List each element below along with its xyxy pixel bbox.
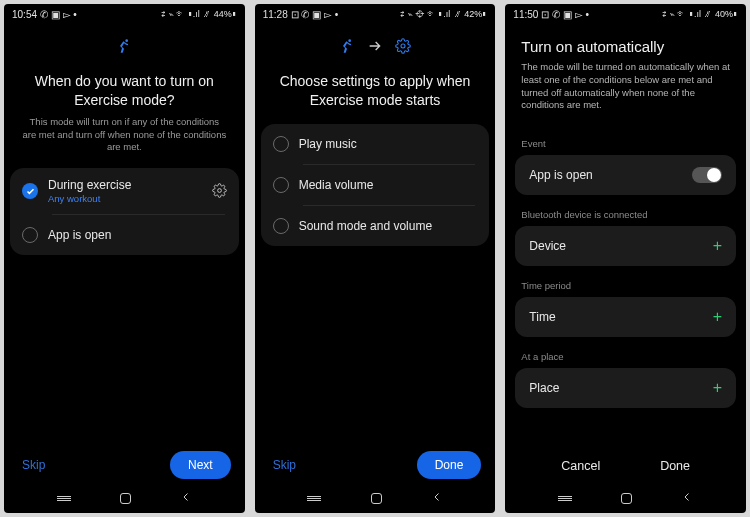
footer-bar: Cancel Done bbox=[505, 445, 746, 487]
header-icon-row bbox=[4, 24, 245, 60]
options-card: During exercise Any workout App is open bbox=[10, 168, 239, 255]
option-sub: Any workout bbox=[48, 193, 202, 204]
screen-3: 11:50 ⊡ ✆ ▣ ▻ • ⇄ ⌁ ᯤ ▮.ıl ⫽ 40%▮ Turn o… bbox=[505, 4, 746, 513]
section-event-heading: Event bbox=[505, 124, 746, 155]
page-subtitle: The mode will be turned on automatically… bbox=[505, 61, 746, 124]
header-icon-row bbox=[255, 24, 496, 60]
option-label: Media volume bbox=[299, 178, 374, 192]
option-label: App is open bbox=[48, 228, 227, 242]
nav-bar bbox=[4, 487, 245, 513]
page-title: Choose settings to apply when Exercise m… bbox=[255, 60, 496, 116]
gear-icon[interactable] bbox=[212, 183, 227, 200]
screen-1: 10:54 ✆ ▣ ▻ • ⇄ ⌁ ᯤ ▮.ıl ⫽ 44%▮ When do … bbox=[4, 4, 245, 513]
nav-home[interactable] bbox=[621, 493, 632, 504]
page-subtitle: This mode will turn on if any of the con… bbox=[4, 116, 245, 168]
skip-button[interactable]: Skip bbox=[269, 452, 300, 478]
option-label: Play music bbox=[299, 137, 357, 151]
option-label: Sound mode and volume bbox=[299, 219, 432, 233]
status-bar: 10:54 ✆ ▣ ▻ • ⇄ ⌁ ᯤ ▮.ıl ⫽ 44%▮ bbox=[4, 4, 245, 24]
gear-icon bbox=[395, 38, 411, 56]
nav-recent[interactable] bbox=[558, 496, 572, 501]
svg-point-0 bbox=[126, 39, 129, 42]
page-title: When do you want to turn on Exercise mod… bbox=[4, 60, 245, 116]
option-label: During exercise bbox=[48, 178, 202, 192]
status-time: 11:28 bbox=[263, 9, 288, 20]
tile-label: Time bbox=[529, 310, 555, 324]
arrow-right-icon bbox=[367, 38, 383, 56]
plus-icon[interactable]: + bbox=[713, 238, 722, 254]
page-title: Turn on automatically bbox=[505, 24, 746, 61]
nav-back[interactable] bbox=[431, 491, 443, 505]
status-right-icons: ⇄ ⌁ ᯤ ▮.ıl ⫽ 40%▮ bbox=[662, 9, 738, 19]
tile-device[interactable]: Device + bbox=[515, 226, 736, 266]
option-during-exercise[interactable]: During exercise Any workout bbox=[10, 168, 239, 214]
tile-app-is-open[interactable]: App is open bbox=[515, 155, 736, 195]
tile-time[interactable]: Time + bbox=[515, 297, 736, 337]
nav-home[interactable] bbox=[120, 493, 131, 504]
tile-label: App is open bbox=[529, 168, 592, 182]
toggle-switch[interactable] bbox=[692, 167, 722, 183]
option-media-volume[interactable]: Media volume bbox=[261, 165, 490, 205]
status-right-icons: ⇄ ⌁ ᯤ ▮.ıl ⫽ 44%▮ bbox=[161, 9, 237, 19]
next-button[interactable]: Next bbox=[170, 451, 231, 479]
running-icon bbox=[339, 38, 355, 56]
done-button[interactable]: Done bbox=[417, 451, 482, 479]
svg-point-1 bbox=[217, 188, 221, 192]
radio-icon bbox=[22, 227, 38, 243]
svg-point-2 bbox=[348, 39, 351, 42]
plus-icon[interactable]: + bbox=[713, 309, 722, 325]
nav-bar bbox=[255, 487, 496, 513]
status-bar: 11:28 ⊡ ✆ ▣ ▻ • ⇄ ⌁ ⌖ ᯤ ▮.ıl ⫽ 42%▮ bbox=[255, 4, 496, 24]
nav-recent[interactable] bbox=[57, 496, 71, 501]
option-sound-mode-volume[interactable]: Sound mode and volume bbox=[261, 206, 490, 246]
status-time: 11:50 bbox=[513, 9, 538, 20]
section-place-heading: At a place bbox=[505, 337, 746, 368]
nav-recent[interactable] bbox=[307, 496, 321, 501]
checked-icon bbox=[22, 183, 38, 199]
option-app-is-open[interactable]: App is open bbox=[10, 215, 239, 255]
cancel-button[interactable]: Cancel bbox=[553, 453, 608, 479]
tile-place[interactable]: Place + bbox=[515, 368, 736, 408]
radio-icon bbox=[273, 177, 289, 193]
option-play-music[interactable]: Play music bbox=[261, 124, 490, 164]
footer-bar: Skip Next bbox=[4, 451, 245, 487]
section-time-heading: Time period bbox=[505, 266, 746, 297]
screen-2: 11:28 ⊡ ✆ ▣ ▻ • ⇄ ⌁ ⌖ ᯤ ▮.ıl ⫽ 42%▮ Choo… bbox=[255, 4, 496, 513]
status-left-icons: ⊡ ✆ ▣ ▻ • bbox=[541, 9, 589, 20]
options-card: Play music Media volume Sound mode and v… bbox=[261, 124, 490, 246]
nav-home[interactable] bbox=[371, 493, 382, 504]
tile-label: Place bbox=[529, 381, 559, 395]
status-time: 10:54 bbox=[12, 9, 37, 20]
radio-icon bbox=[273, 218, 289, 234]
plus-icon[interactable]: + bbox=[713, 380, 722, 396]
running-icon bbox=[116, 38, 132, 56]
status-left-icons: ✆ ▣ ▻ • bbox=[40, 9, 77, 20]
nav-back[interactable] bbox=[681, 491, 693, 505]
status-bar: 11:50 ⊡ ✆ ▣ ▻ • ⇄ ⌁ ᯤ ▮.ıl ⫽ 40%▮ bbox=[505, 4, 746, 24]
section-bt-heading: Bluetooth device is connected bbox=[505, 195, 746, 226]
nav-bar bbox=[505, 487, 746, 513]
nav-back[interactable] bbox=[180, 491, 192, 505]
footer-bar: Skip Done bbox=[255, 451, 496, 487]
skip-button[interactable]: Skip bbox=[18, 452, 49, 478]
radio-icon bbox=[273, 136, 289, 152]
svg-point-3 bbox=[401, 44, 405, 48]
status-right-icons: ⇄ ⌁ ⌖ ᯤ ▮.ıl ⫽ 42%▮ bbox=[400, 9, 487, 19]
status-left-icons: ⊡ ✆ ▣ ▻ • bbox=[291, 9, 339, 20]
tile-label: Device bbox=[529, 239, 566, 253]
done-button[interactable]: Done bbox=[652, 453, 698, 479]
